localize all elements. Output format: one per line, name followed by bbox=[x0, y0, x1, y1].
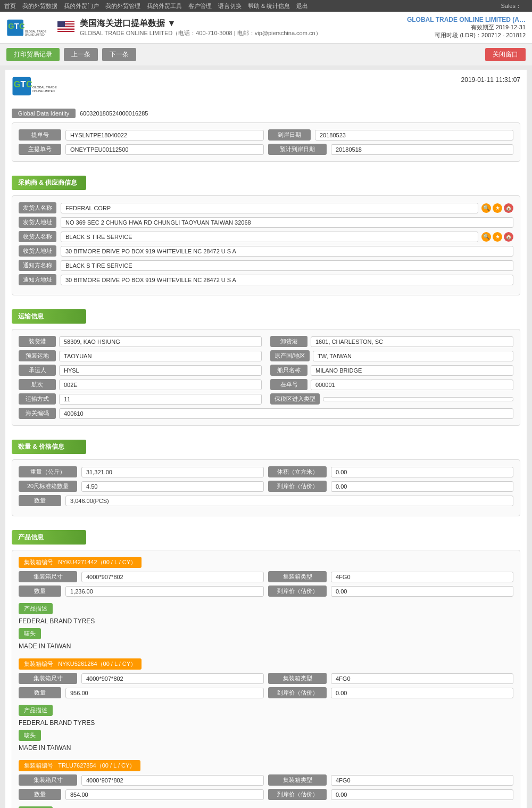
svg-rect-12 bbox=[57, 30, 74, 31]
c3-qty-value: 854.00 bbox=[65, 789, 264, 800]
bill-no-label: 提单号 bbox=[19, 129, 61, 141]
c3-type-value: 4FG0 bbox=[331, 775, 513, 786]
svg-text:T: T bbox=[21, 79, 26, 89]
bonded-type-row: 保税区进入类型 bbox=[270, 393, 513, 405]
quantity-value: 3,046.00(PCS) bbox=[65, 496, 513, 506]
c3-price-label: 到岸价（估价） bbox=[268, 789, 327, 800]
svg-text:G: G bbox=[14, 79, 21, 89]
carrier-row: 承运人 HYSL bbox=[19, 365, 262, 376]
arrival-date-label: 到岸日期 bbox=[268, 129, 311, 141]
voyage-label: 航次 bbox=[19, 379, 56, 390]
top-toolbar: 打印贸易记录 上一条 下一条 关闭窗口 bbox=[0, 44, 532, 65]
quantity-label: 数量 bbox=[19, 495, 61, 506]
consignee-star-icon[interactable]: ★ bbox=[493, 232, 502, 242]
shipper-addr-row: 发货人地址 NO 369 SEC 2 CHUNG HWA RD CHUNGLI … bbox=[19, 217, 513, 228]
transport-mode-label: 运输方式 bbox=[19, 393, 56, 405]
arrival-price-label: 到岸价（估价） bbox=[268, 481, 327, 492]
main-content: G T C GLOBAL TRADE ONLINE LIMITED 2019-0… bbox=[5, 70, 527, 808]
weight-value: 31,321.00 bbox=[81, 467, 264, 477]
notify-addr-label: 通知方地址 bbox=[19, 274, 56, 285]
pre-load-row: 预装运地 TAOYUAN bbox=[19, 350, 262, 361]
origin-value: TW, TAIWAN bbox=[313, 351, 513, 361]
vessel-value: MILANO BRIDGE bbox=[311, 365, 513, 376]
quantity-price-title: 数量 & 价格信息 bbox=[12, 440, 86, 454]
consignee-search-icon[interactable]: 🔍 bbox=[481, 232, 491, 242]
c3-price-value: 0.00 bbox=[331, 789, 513, 800]
nav-crm[interactable]: 客户管理 bbox=[188, 2, 212, 10]
print-button[interactable]: 打印贸易记录 bbox=[6, 48, 60, 61]
consignee-home-icon[interactable]: 🏠 bbox=[504, 232, 513, 242]
container-3: 集装箱编号 TRLU7627854（00 / L / CY） 集装箱尺寸 400… bbox=[19, 760, 513, 808]
vessel-row: 船只名称 MILANO BRIDGE bbox=[270, 365, 513, 376]
master-bill-label: 主提单号 bbox=[19, 144, 61, 155]
arrival-price-value: 0.00 bbox=[331, 481, 513, 492]
master-bill-value: ONEYTPEU00112500 bbox=[65, 144, 264, 155]
consignee-addr-row: 收货人地址 30 BITMORE DRIVE PO BOX 919 WHITEV… bbox=[19, 245, 513, 257]
c2-type-label: 集装箱类型 bbox=[268, 673, 327, 684]
c1-price-value: 0.00 bbox=[331, 586, 513, 597]
c2-marks-label: 唛头 bbox=[19, 730, 41, 741]
consignee-name-icons: 🔍 ★ 🏠 bbox=[481, 232, 513, 242]
prev-button[interactable]: 上一条 bbox=[64, 48, 98, 61]
customs-code-value: 400610 bbox=[59, 408, 513, 419]
svg-rect-11 bbox=[57, 29, 74, 30]
c3-qty-label: 数量 bbox=[19, 789, 61, 800]
nav-help[interactable]: 帮助 & 统计信息 bbox=[248, 2, 290, 10]
transport-grid: 装货港 58309, KAO HSIUNG 卸货港 1601, CHARLEST… bbox=[19, 336, 513, 405]
c3-size-label: 集装箱尺寸 bbox=[19, 774, 77, 786]
shipper-search-icon[interactable]: 🔍 bbox=[481, 203, 491, 213]
doc-logo: G T C GLOBAL TRADE ONLINE LIMITED bbox=[12, 76, 60, 98]
nav-trade-tools[interactable]: 我的外贸工具 bbox=[147, 2, 182, 10]
shipper-star-icon[interactable]: ★ bbox=[493, 203, 502, 213]
voyage-value: 002E bbox=[59, 380, 262, 390]
available-time: 可用时段 (LDR)：200712 - 201812 bbox=[407, 31, 526, 39]
notify-name-value: BLACK S TIRE SERVICE bbox=[61, 260, 513, 271]
svg-text:C: C bbox=[19, 22, 25, 30]
container-3-badge: 集装箱编号 TRLU7627854（00 / L / CY） bbox=[19, 760, 140, 771]
close-button[interactable]: 关闭窗口 bbox=[485, 48, 526, 61]
global-data-label: Global Data Identity bbox=[12, 109, 76, 118]
load-port-label: 装货港 bbox=[19, 336, 56, 347]
c1-qty-label: 数量 bbox=[19, 586, 61, 597]
nav-language[interactable]: 语言切换 bbox=[218, 2, 242, 10]
next-button[interactable]: 下一条 bbox=[102, 48, 136, 61]
brand-name: GLOBAL TRADE ONLINE LIMITED (A… bbox=[407, 16, 526, 23]
notify-addr-value: 30 BITMORE DRIVE PO BOX 919 WHITEVILLE N… bbox=[61, 275, 513, 285]
unload-port-label: 卸货港 bbox=[270, 336, 307, 347]
unload-port-row: 卸货港 1601, CHARLESTON, SC bbox=[270, 336, 513, 347]
vessel-label: 船只名称 bbox=[270, 365, 307, 376]
consignee-name-label: 收货人名称 bbox=[19, 231, 56, 242]
c2-desc-label: 产品描述 bbox=[19, 705, 53, 716]
bill-info-box: 提单号 HYSLNTPE18040022 到岸日期 20180523 主提单号 … bbox=[12, 122, 520, 162]
nav-home[interactable]: 首页 bbox=[4, 2, 16, 10]
shipper-name-label: 发货人名称 bbox=[19, 202, 56, 213]
consignee-addr-label: 收货人地址 bbox=[19, 245, 56, 257]
nav-logout[interactable]: 退出 bbox=[296, 2, 308, 10]
c1-marks-label: 唛头 bbox=[19, 628, 41, 639]
global-data-row: Global Data Identity 6003201805240000162… bbox=[12, 109, 520, 118]
svg-text:GLOBAL TRADE: GLOBAL TRADE bbox=[32, 86, 57, 89]
container-1-badge: 集装箱编号 NYKU4271442（00 / L / CY） bbox=[19, 557, 142, 568]
shipper-home-icon[interactable]: 🏠 bbox=[504, 203, 513, 213]
nav-trade-data[interactable]: 我的外贸数据 bbox=[22, 2, 57, 10]
pre-load-label: 预装运地 bbox=[19, 350, 56, 361]
top-navigation: 首页 我的外贸数据 我的外贸门户 我的外贸管理 我的外贸工具 客户管理 语言切换… bbox=[0, 0, 532, 12]
product-info-section: 产品信息 集装箱编号 NYKU4271442（00 / L / CY） 集装箱尺… bbox=[12, 523, 520, 808]
nav-trade-portal[interactable]: 我的外贸门户 bbox=[64, 2, 99, 10]
c1-price-label: 到岸价（估价） bbox=[268, 586, 327, 597]
header-right: GLOBAL TRADE ONLINE LIMITED (A… 有效期至 201… bbox=[407, 16, 526, 39]
c1-size-label: 集装箱尺寸 bbox=[19, 571, 77, 582]
global-data-value: 600320180524000016285 bbox=[80, 110, 148, 117]
c1-size-value: 4000*907*802 bbox=[81, 572, 264, 582]
c2-price-value: 0.00 bbox=[331, 688, 513, 698]
origin-row: 原产国/地区 TW, TAIWAN bbox=[270, 350, 513, 361]
pre-load-value: TAOYUAN bbox=[59, 351, 262, 361]
company-info: GLOBAL TRADE ONLINE LIMITED（电话：400-710-3… bbox=[80, 29, 407, 37]
origin-label: 原产国/地区 bbox=[270, 350, 310, 361]
customs-code-row: 海关编码 400610 bbox=[19, 408, 513, 419]
in-bond-label: 在单号 bbox=[270, 379, 307, 390]
nav-trade-mgmt[interactable]: 我的外贸管理 bbox=[105, 2, 140, 10]
c2-qty-value: 956.00 bbox=[65, 688, 264, 698]
valid-until: 有效期至 2019-12-31 bbox=[407, 23, 526, 31]
shipper-addr-value: NO 369 SEC 2 CHUNG HWA RD CHUNGLI TAOYUA… bbox=[61, 217, 513, 228]
